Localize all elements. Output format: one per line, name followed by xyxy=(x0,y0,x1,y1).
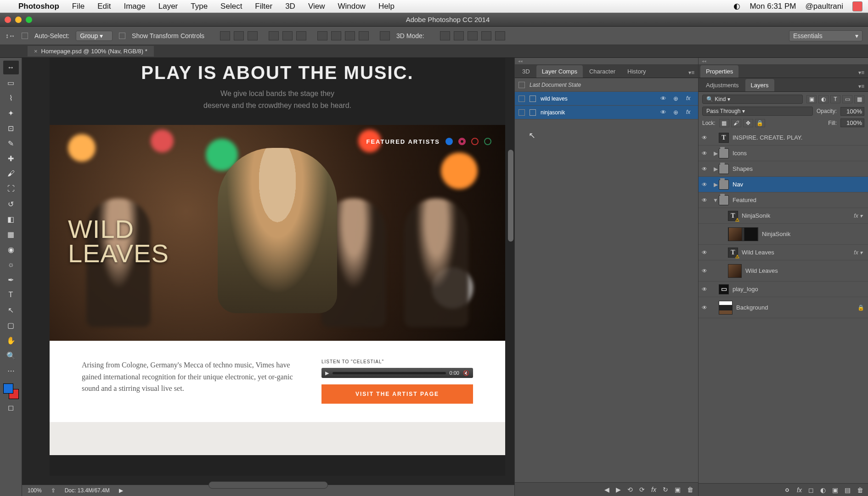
auto-align-icon[interactable] xyxy=(380,31,390,40)
comp-next-icon[interactable]: ▶ xyxy=(616,486,621,493)
comp-refresh-icon[interactable]: ↻ xyxy=(663,486,668,493)
distribute-spacing-icon[interactable] xyxy=(345,31,355,40)
menu-type[interactable]: Type xyxy=(191,2,208,11)
layer-comp-row[interactable]: ninjasonik fx xyxy=(515,106,698,119)
menubar-app[interactable]: Photoshop xyxy=(18,2,59,11)
twisty-icon[interactable]: ▶ xyxy=(712,150,719,157)
layer-visibility-toggle[interactable]: 👁 xyxy=(699,135,710,141)
align-bottom-icon[interactable] xyxy=(248,31,258,40)
show-transform-checkbox[interactable] xyxy=(119,33,125,39)
close-tab-icon[interactable]: × xyxy=(34,48,38,55)
layer-row[interactable]: 👁▶Shapes xyxy=(699,161,868,177)
creative-cloud-icon[interactable]: ◐ xyxy=(733,1,740,11)
3d-orbit-icon[interactable] xyxy=(440,31,450,40)
filter-adjust-icon[interactable]: ◐ xyxy=(818,95,829,103)
comp-fx-icon[interactable]: fx xyxy=(651,486,656,493)
fill-input[interactable] xyxy=(840,118,864,127)
position-icon[interactable] xyxy=(673,109,682,116)
menu-view[interactable]: View xyxy=(308,2,325,11)
filter-image-icon[interactable]: ▣ xyxy=(806,95,817,103)
visibility-icon[interactable] xyxy=(660,109,669,116)
comp-apply-checkbox[interactable] xyxy=(519,109,525,116)
layer-visibility-toggle[interactable]: 👁 xyxy=(699,286,710,293)
layer-comp-row[interactable]: wild leaves fx xyxy=(515,92,698,106)
layer-row[interactable]: 👁▶Nav xyxy=(699,177,868,192)
featured-dot-4[interactable] xyxy=(484,138,491,145)
canvas-horizontal-scrollbar[interactable] xyxy=(209,481,328,489)
new-layer-icon[interactable]: ▤ xyxy=(845,486,851,494)
tab-layer-comps[interactable]: Layer Comps xyxy=(536,65,583,78)
3d-roll-icon[interactable] xyxy=(454,31,464,40)
pen-tool[interactable]: ✒ xyxy=(3,273,19,287)
adjustment-layer-icon[interactable]: ◐ xyxy=(820,486,826,494)
panel-menu-icon[interactable]: ▾≡ xyxy=(855,68,868,78)
last-document-state-row[interactable]: Last Document State xyxy=(515,78,698,92)
filter-type-icon[interactable]: T xyxy=(830,95,840,103)
auto-select-mode-select[interactable]: Group ▾ xyxy=(76,31,113,41)
menubar-user[interactable]: @paultrani xyxy=(806,2,843,11)
twisty-icon[interactable]: ▶ xyxy=(712,181,719,188)
hand-tool[interactable]: ✋ xyxy=(3,333,19,347)
tab-layers[interactable]: Layers xyxy=(745,79,774,91)
distribute-h-icon[interactable] xyxy=(317,31,327,40)
color-swatches[interactable] xyxy=(3,383,19,399)
menu-filter[interactable]: Filter xyxy=(255,2,272,11)
align-left-icon[interactable] xyxy=(269,31,279,40)
featured-dot-2[interactable] xyxy=(458,138,466,145)
eyedropper-tool[interactable]: ✎ xyxy=(3,136,19,150)
fx-icon[interactable]: fx xyxy=(686,109,694,116)
crop-tool[interactable]: ⊡ xyxy=(3,121,19,135)
filter-smart-icon[interactable]: ▦ xyxy=(854,95,864,103)
gradient-tool[interactable]: ▦ xyxy=(3,227,19,241)
distribute-4-icon[interactable] xyxy=(359,31,369,40)
history-brush-tool[interactable]: ↺ xyxy=(3,197,19,211)
blend-mode-select[interactable]: Pass Through ▾ xyxy=(702,107,813,116)
blur-tool[interactable]: ◉ xyxy=(3,242,19,256)
opacity-input[interactable] xyxy=(840,107,864,116)
volume-icon[interactable]: 🔇 xyxy=(463,370,469,376)
lock-image-icon[interactable]: 🖌 xyxy=(731,119,741,127)
quick-mask-icon[interactable]: ◻ xyxy=(3,400,19,414)
menu-layer[interactable]: Layer xyxy=(158,2,178,11)
window-minimize-icon[interactable] xyxy=(15,17,22,23)
layer-fx-indicator[interactable]: fx ▾ xyxy=(854,213,862,219)
link-layers-icon[interactable]: ⭘ xyxy=(784,486,790,494)
featured-dot-1[interactable] xyxy=(445,138,453,145)
type-tool[interactable]: T xyxy=(3,288,19,302)
menu-image[interactable]: Image xyxy=(124,2,145,11)
share-icon[interactable]: ⇪ xyxy=(51,487,56,494)
zoom-level[interactable]: 100% xyxy=(28,487,42,494)
tab-properties[interactable]: Properties xyxy=(700,65,738,78)
comp-update-icon[interactable]: ⟲ xyxy=(627,486,633,493)
foreground-color-swatch[interactable] xyxy=(3,383,13,394)
align-right-icon[interactable] xyxy=(296,31,306,40)
visit-artist-button[interactable]: VISIT THE ARTIST PAGE xyxy=(321,384,473,404)
audio-player[interactable]: ▶ 0:00 🔇 xyxy=(321,368,473,378)
3d-scale-icon[interactable] xyxy=(495,31,505,40)
document-canvas[interactable]: PLAY IS ABOUT THE MUSIC. We give local b… xyxy=(50,58,505,476)
fx-icon[interactable]: fx xyxy=(686,95,694,102)
lock-transparency-icon[interactable]: ▦ xyxy=(719,119,729,127)
path-select-tool[interactable]: ↖ xyxy=(3,303,19,317)
twisty-icon[interactable]: ▼ xyxy=(712,197,719,203)
visibility-icon[interactable] xyxy=(660,95,669,102)
window-close-icon[interactable] xyxy=(5,17,11,23)
layer-row[interactable]: 👁▭play_logo xyxy=(699,282,868,297)
move-tool[interactable]: ↔ xyxy=(3,61,19,74)
layer-row[interactable]: NinjaSonik xyxy=(699,224,868,245)
layer-row[interactable]: 👁TWild Leavesfx ▾ xyxy=(699,245,868,260)
tab-character[interactable]: Character xyxy=(584,65,621,78)
layer-filter-select[interactable]: 🔍 Kind ▾ xyxy=(702,95,803,104)
comp-apply-checkbox[interactable] xyxy=(519,96,525,102)
menu-file[interactable]: File xyxy=(72,2,85,11)
menu-window[interactable]: Window xyxy=(338,2,365,11)
3d-pan-icon[interactable] xyxy=(468,31,478,40)
delete-layer-icon[interactable]: 🗑 xyxy=(857,486,863,494)
collapse-panel-icon[interactable]: ◂◂ xyxy=(515,58,526,64)
3d-slide-icon[interactable] xyxy=(481,31,491,40)
auto-select-checkbox[interactable] xyxy=(22,33,28,39)
layer-visibility-toggle[interactable]: 👁 xyxy=(699,249,710,256)
spot-heal-tool[interactable]: ✚ xyxy=(3,152,19,165)
layer-visibility-toggle[interactable]: 👁 xyxy=(699,197,710,203)
align-hcenter-icon[interactable] xyxy=(282,31,293,40)
